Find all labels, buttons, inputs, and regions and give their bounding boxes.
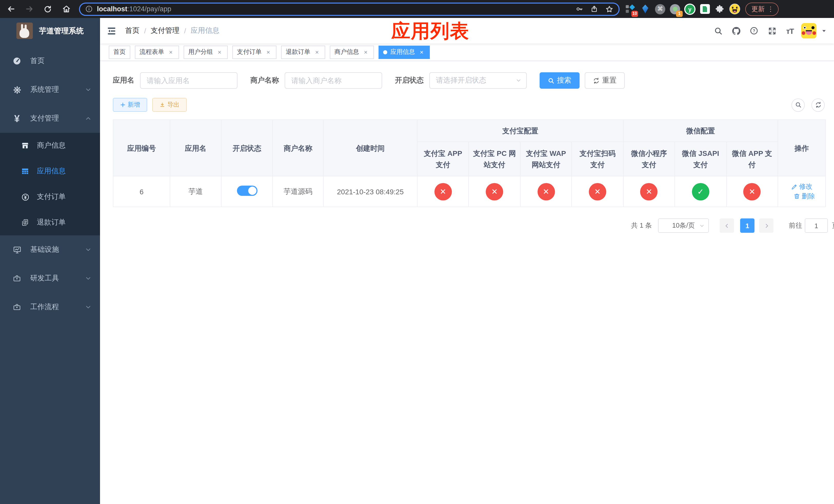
close-icon[interactable]: ×	[167, 48, 174, 55]
extension-emoji-icon[interactable]	[729, 3, 740, 15]
sidebar-item-workflow[interactable]: 工作流程	[0, 293, 100, 321]
github-icon[interactable]	[729, 24, 743, 38]
sidebar-item-app-info[interactable]: 应用信息	[0, 158, 100, 184]
sidebar-item-pay-order[interactable]: 支付订单	[0, 184, 100, 210]
forward-icon[interactable]	[22, 2, 37, 16]
next-page-button[interactable]	[759, 219, 773, 233]
svg-text:?: ?	[753, 28, 755, 33]
extension-target-icon[interactable]: 1	[670, 3, 681, 15]
extensions-area: 10⌘1y	[625, 3, 740, 15]
key-icon[interactable]	[575, 5, 583, 13]
gear-icon	[11, 85, 23, 94]
url-text[interactable]: localhost:1024/pay/app	[97, 5, 575, 13]
tab-user-group[interactable]: 用户分组×	[184, 45, 228, 59]
th-app-id: 应用编号	[113, 120, 170, 176]
merchant-name-input[interactable]	[285, 72, 382, 89]
page-number-button[interactable]: 1	[740, 219, 754, 233]
cell-alipay-pc: ✕	[469, 176, 520, 207]
delete-link[interactable]: 删除	[793, 191, 815, 201]
sidebar-item-devtools[interactable]: 研发工具	[0, 264, 100, 293]
status-fail-icon: ✕	[744, 183, 761, 200]
sidebar: 芋道管理系统 首页系统管理¥支付管理商户信息应用信息支付订单退款订单基础设施研发…	[0, 18, 100, 504]
sidebar-item-label: 支付管理	[30, 114, 85, 123]
enabled-toggle[interactable]	[237, 186, 257, 196]
extension-pin-icon[interactable]: 10	[625, 3, 636, 15]
sidebar-item-system[interactable]: 系统管理	[0, 75, 100, 104]
tags-view: 首页流程表单×用户分组×支付订单×退款订单×商户信息×应用信息×	[100, 44, 834, 61]
active-dot-icon	[383, 50, 387, 54]
user-caret-icon[interactable]	[821, 28, 827, 33]
tab-label: 支付订单	[237, 48, 262, 56]
app-name-input[interactable]	[140, 72, 238, 89]
cell-enabled	[221, 176, 272, 207]
extension-puzzle-icon[interactable]	[714, 3, 725, 15]
close-icon[interactable]: ×	[313, 48, 321, 55]
sidebar-item-payment[interactable]: ¥支付管理	[0, 104, 100, 133]
page-size-select[interactable]: 10条/页	[658, 219, 709, 233]
dashboard-icon	[11, 56, 23, 66]
reset-button[interactable]: 重置	[585, 72, 625, 89]
share-icon[interactable]	[590, 5, 598, 13]
show-search-toggle-button[interactable]	[791, 98, 805, 112]
sidebar-item-home[interactable]: 首页	[0, 47, 100, 75]
breadcrumb-payment[interactable]: 支付管理	[151, 26, 179, 36]
sidebar-item-refund-order[interactable]: 退款订单	[0, 210, 100, 235]
chevron-down-icon	[85, 303, 92, 311]
tab-flow-form[interactable]: 流程表单×	[135, 45, 179, 59]
tab-pay-order[interactable]: 支付订单×	[232, 45, 277, 59]
th-wechat-group: 微信配置	[623, 120, 778, 142]
font-size-icon[interactable]: тT	[783, 24, 796, 38]
refresh-table-button[interactable]	[811, 98, 825, 112]
tab-home[interactable]: 首页	[109, 45, 130, 59]
tab-label: 首页	[113, 48, 126, 56]
edit-link[interactable]: 修改	[791, 182, 812, 191]
add-button[interactable]: 新增	[113, 98, 147, 112]
export-button[interactable]: 导出	[152, 98, 187, 112]
reload-icon[interactable]	[40, 2, 56, 16]
chevron-down-icon	[515, 77, 522, 84]
close-icon[interactable]: ×	[418, 48, 425, 55]
sidebar-item-label: 应用信息	[37, 167, 66, 176]
extension-green-y-icon[interactable]: y	[684, 3, 696, 15]
extension-command-icon[interactable]: ⌘	[655, 3, 666, 15]
status-select[interactable]: 请选择开启状态	[429, 72, 527, 89]
chevron-down-icon	[85, 275, 92, 282]
sidebar-item-label: 系统管理	[30, 85, 85, 94]
header-search-icon[interactable]	[711, 24, 725, 38]
close-icon[interactable]: ×	[265, 48, 272, 55]
tab-app-info[interactable]: 应用信息×	[378, 45, 430, 59]
chrome-update-chip[interactable]: 更新 ⋮	[745, 2, 778, 16]
logo-avatar	[16, 23, 33, 39]
screen: localhost:1024/pay/app 10⌘1y 更新 ⋮ 芋道管理系统…	[0, 0, 834, 504]
extension-doc-icon[interactable]	[699, 3, 710, 15]
sidebar-item-infra[interactable]: 基础设施	[0, 235, 100, 264]
fullscreen-icon[interactable]	[765, 24, 778, 38]
home-icon[interactable]	[59, 2, 74, 16]
prev-page-button[interactable]	[720, 219, 734, 233]
th-app-name: 应用名	[170, 120, 221, 176]
extension-kite-icon[interactable]	[640, 3, 651, 15]
back-icon[interactable]	[3, 2, 19, 16]
url-bar[interactable]: localhost:1024/pay/app	[79, 2, 620, 16]
sidebar-item-merchant-info[interactable]: 商户信息	[0, 133, 100, 158]
total-count: 共 1 条	[631, 221, 652, 230]
cell-merchant-name: 芋道源码	[272, 176, 323, 207]
tab-merchant-info[interactable]: 商户信息×	[330, 45, 374, 59]
help-icon[interactable]: ?	[747, 24, 761, 38]
goto-page-input[interactable]	[805, 219, 828, 233]
status-pass-icon: ✓	[692, 183, 709, 200]
sidebar-collapse-icon[interactable]	[107, 26, 116, 36]
page-content: 应用名 商户名称 开启状态 请选择开启状态 搜索 重置	[100, 61, 834, 504]
goto-prefix: 前往	[789, 221, 802, 230]
search-button[interactable]: 搜索	[540, 72, 579, 89]
bookmark-star-icon[interactable]	[605, 5, 613, 13]
site-info-icon[interactable]	[85, 5, 93, 13]
breadcrumb-home[interactable]: 首页	[125, 26, 139, 36]
user-avatar[interactable]	[801, 23, 816, 39]
tab-refund-order[interactable]: 退款订单×	[281, 45, 325, 59]
cell-alipay-app: ✕	[417, 176, 469, 207]
close-icon[interactable]: ×	[362, 48, 369, 55]
close-icon[interactable]: ×	[216, 48, 223, 55]
browser-menu-icon[interactable]: ⋮	[767, 5, 774, 13]
yen-circle-icon	[20, 192, 30, 201]
